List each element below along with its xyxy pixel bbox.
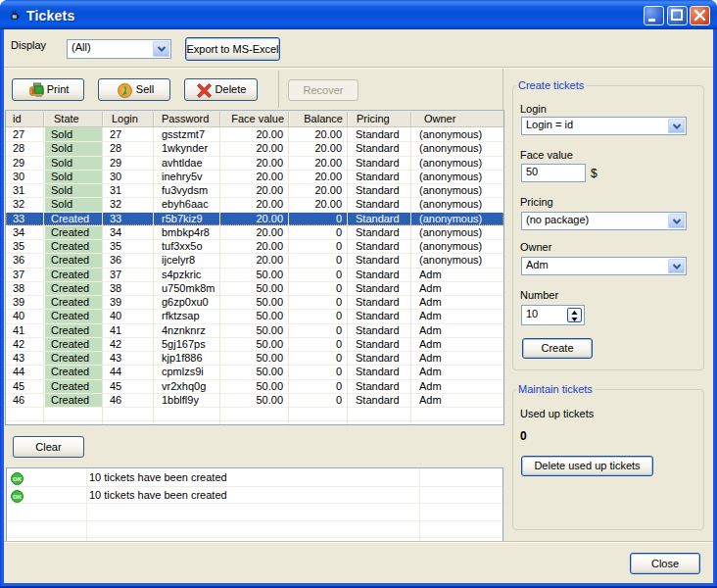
svg-text:OK: OK — [13, 494, 23, 500]
svg-text:OK: OK — [13, 476, 23, 482]
